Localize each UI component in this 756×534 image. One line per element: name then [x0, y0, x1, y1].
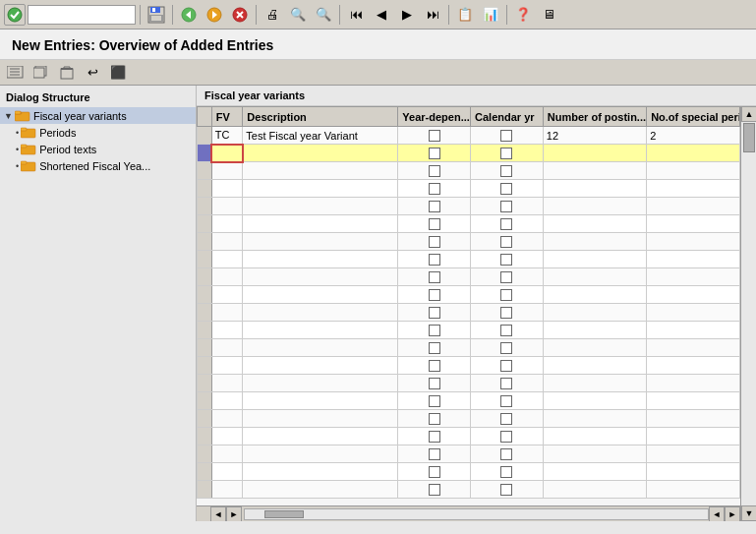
cell-calyr-1[interactable] — [471, 127, 544, 145]
table-row — [198, 286, 740, 304]
checkbox-yeardep-2[interactable] — [429, 148, 440, 159]
separator-3 — [256, 5, 257, 25]
svg-rect-19 — [61, 69, 73, 79]
cell-fv-2[interactable] — [211, 145, 243, 162]
new-row-button[interactable] — [4, 62, 28, 84]
sidebar-item-shortened-fiscal[interactable]: • Shortened Fiscal Yea... — [0, 157, 196, 174]
col-header-fv: FV — [211, 107, 243, 127]
save-icon — [147, 6, 165, 24]
h-scroll-track[interactable] — [244, 508, 709, 520]
find-next-button[interactable]: 🔍 — [312, 4, 335, 26]
cell-yeardep-2[interactable] — [398, 145, 471, 162]
table-row — [198, 481, 740, 499]
svg-rect-5 — [151, 16, 161, 21]
table-row — [198, 463, 740, 481]
print-button[interactable]: 🖨 — [261, 4, 284, 26]
v-scroll-thumb[interactable] — [743, 123, 755, 152]
bullet-periods: • — [16, 128, 19, 138]
entries-table: FV Description Year-depen... Calendar yr… — [197, 106, 740, 499]
copy-button[interactable] — [29, 62, 53, 84]
cancel-icon — [232, 7, 248, 23]
v-scroll-track[interactable] — [741, 122, 756, 505]
h-scroll-left-btn[interactable]: ◄ — [210, 506, 226, 522]
separator-1 — [140, 5, 141, 25]
col-header-year-dep: Year-depen... — [398, 107, 471, 127]
table-row — [198, 180, 740, 198]
vertical-scrollbar[interactable]: ▲ ▼ — [740, 106, 756, 521]
cell-calyr-2[interactable] — [471, 145, 544, 162]
check-icon — [7, 7, 23, 23]
cell-nospecial-2 — [647, 145, 740, 162]
sidebar-item-fiscal-year-variants[interactable]: ▼ Fiscal year variants — [0, 107, 196, 124]
last-page-button[interactable]: ⏭ — [421, 4, 444, 26]
panel-title: Fiscal year variants — [197, 86, 756, 106]
copy-icon — [33, 66, 49, 80]
save-button[interactable] — [145, 4, 168, 26]
col-header-indicator — [198, 107, 212, 127]
cell-yeardep-1[interactable] — [398, 127, 471, 145]
table-row — [198, 357, 740, 375]
next-page-button[interactable]: ▶ — [395, 4, 419, 26]
separator-5 — [448, 5, 449, 25]
back-button[interactable] — [177, 4, 201, 26]
cell-description-1: Test Fiscal year Variant — [243, 127, 398, 145]
layout-btn1[interactable]: 📋 — [453, 4, 477, 26]
separator-2 — [172, 5, 173, 25]
status-check-button[interactable] — [4, 4, 26, 26]
separator-6 — [506, 5, 507, 25]
svg-rect-32 — [21, 161, 27, 164]
table-row — [198, 215, 740, 233]
cell-fv-1: TC — [211, 127, 243, 145]
v-scroll-up-btn[interactable]: ▲ — [741, 106, 756, 122]
col-header-cal-yr: Calendar yr — [471, 107, 544, 127]
svg-point-0 — [8, 8, 22, 22]
help-button[interactable]: ❓ — [511, 4, 535, 26]
checkbox-calyr-1[interactable] — [500, 130, 512, 142]
select-all-button[interactable]: ⬛ — [106, 62, 130, 84]
h-scroll-right-btn[interactable]: ► — [226, 506, 242, 522]
cell-numposting-2 — [543, 145, 646, 162]
svg-rect-30 — [21, 145, 27, 148]
back-icon — [181, 7, 197, 23]
right-panel: Fiscal year variants FV Description Year… — [197, 86, 756, 521]
table-row — [198, 251, 740, 268]
h-scroll-thumb[interactable] — [264, 510, 304, 518]
h-scroll-end-right-btn[interactable]: ► — [725, 506, 740, 522]
horizontal-scrollbar[interactable]: ◄ ► ◄ ► — [197, 505, 740, 521]
delete-button[interactable] — [55, 62, 79, 84]
prev-page-button[interactable]: ◀ — [370, 4, 393, 26]
main-toolbar: 🖨 🔍 🔍 ⏮ ◀ ▶ ⏭ 📋 📊 ❓ 🖥 — [0, 0, 756, 30]
row-indicator-1 — [198, 127, 212, 145]
find-button[interactable]: 🔍 — [286, 4, 310, 26]
table-row — [198, 162, 740, 180]
h-scroll-end-btn[interactable]: ◄ — [709, 506, 725, 522]
separator-4 — [339, 5, 340, 25]
cancel-button[interactable] — [228, 4, 252, 26]
svg-rect-28 — [21, 128, 27, 131]
table-row — [198, 375, 740, 392]
checkbox-calyr-2[interactable] — [500, 148, 512, 159]
command-input[interactable] — [28, 5, 136, 25]
first-page-button[interactable]: ⏮ — [344, 4, 368, 26]
secondary-toolbar: ↩ ⬛ — [0, 60, 756, 86]
table-row — [198, 410, 740, 428]
table-row: TC Test Fiscal year Variant 12 2 — [198, 127, 740, 145]
cell-numposting-1: 12 — [543, 127, 646, 145]
table-row — [198, 445, 740, 463]
main-content: Dialog Structure ▼ Fiscal year variants … — [0, 86, 756, 521]
sidebar-item-periods[interactable]: • Periods — [0, 124, 196, 141]
table-row — [198, 198, 740, 215]
folder-icon-fiscal — [15, 109, 30, 122]
layout-btn2[interactable]: 📊 — [479, 4, 502, 26]
sidebar-label-period-texts: Period texts — [39, 144, 96, 155]
checkbox-yeardep-1[interactable] — [429, 130, 440, 142]
undo-button[interactable]: ↩ — [81, 62, 104, 84]
sidebar-label-shortened: Shortened Fiscal Yea... — [39, 160, 150, 172]
new-entries-icon — [7, 66, 25, 80]
v-scroll-down-btn[interactable]: ▼ — [741, 505, 756, 521]
folder-icon-periods — [21, 126, 36, 139]
sidebar-item-period-texts[interactable]: • Period texts — [0, 141, 196, 157]
row-indicator-2 — [198, 145, 212, 162]
settings-button[interactable]: 🖥 — [537, 4, 560, 26]
forward-button[interactable] — [203, 4, 226, 26]
